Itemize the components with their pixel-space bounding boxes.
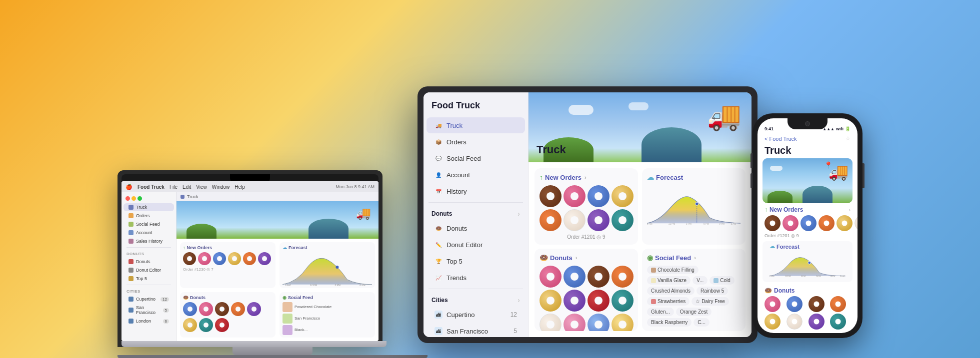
svg-text:3 PM: 3 PM (686, 223, 692, 225)
mac-social-thumb-2 (282, 314, 292, 324)
mac-sidebar-london-label: London (136, 319, 151, 324)
menu-window[interactable]: Window (212, 184, 230, 190)
ipad-donut-orange (540, 209, 562, 231)
ipad-donuts-lg1 (612, 314, 634, 331)
ipad-tag-chocolate: Chocolate Filling (647, 266, 698, 274)
ipad-forecast-title: ☁ Forecast (647, 173, 740, 181)
ipad-cupertino-icon: 🏙 (434, 311, 442, 319)
ipad-new-orders-card: ↑ New Orders › (534, 168, 638, 245)
ipad-sidebar-sf[interactable]: 🏙 San Francisco 5 (426, 323, 525, 337)
ipad-cupertino-badge: 12 (510, 311, 517, 318)
devices-container: 🍎 Food Truck File Edit View Window Help … (0, 0, 980, 358)
mac-sidebar-sf[interactable]: San Francisco 5 (124, 304, 174, 317)
mac-title-icon (180, 195, 184, 199)
mac-sections-grid: ↑ New Orders (176, 239, 378, 341)
svg-text:6 PM: 6 PM (360, 284, 366, 287)
iphone-donuts-title: 🍩 Donuts (764, 287, 794, 294)
ipad-main-content: ☆ 🚚 Truck (528, 92, 752, 337)
mac-sidebar-cupertino[interactable]: Cupertino 12 (124, 295, 174, 303)
mac-sidebar-social[interactable]: Social Feed (124, 220, 174, 228)
ipad-hero: 🚚 Truck (528, 92, 752, 162)
ipad-sidebar-editor[interactable]: ✏️ Donut Editor (426, 237, 525, 253)
iphone-location-icon: 📍 (824, 161, 832, 169)
ipad-cloud-2 (628, 102, 648, 110)
ipad-tag-orange: Orange Zest (676, 308, 712, 316)
iphone-grid-donut-4 (830, 296, 846, 312)
ipad-forecast-card: ☁ Forecast (642, 168, 746, 245)
ipad-sidebar-trends[interactable]: 📈 Trends (426, 270, 525, 286)
mac-maximize-button[interactable] (138, 196, 142, 201)
iphone-status-right: ▲▲▲ wifi 🔋 (822, 126, 850, 131)
mac-donut-choc (183, 252, 196, 265)
ipad-sidebar-top5[interactable]: 🏆 Top 5 (426, 253, 525, 269)
city-icon-sf (128, 308, 134, 313)
ipad-donuts-header: Donuts › (424, 206, 528, 220)
ipad-sidebar-truck[interactable]: 🚚 Truck (426, 117, 525, 133)
city-icon-london (128, 319, 134, 324)
ipad-sidebar-account[interactable]: 👤 Account (426, 167, 525, 183)
ipad-sidebar-cupertino[interactable]: 🏙 Cupertino 12 (426, 307, 525, 323)
ipad-sidebar-orders[interactable]: 📦 Orders (426, 134, 525, 150)
ipad-donut-blue (588, 185, 610, 207)
iphone-grid-donut-6 (786, 314, 802, 330)
ipad-sidebar: Food Truck 🚚 Truck 📦 Orders 💬 Social Fee… (424, 92, 528, 337)
history-icon (128, 239, 134, 244)
ipad-top5-icon: 🏆 (434, 257, 442, 265)
ipad-sidebar-donuts[interactable]: 🍩 Donuts (426, 220, 525, 236)
ipad-donuts-card: 🍩 Donuts › (534, 249, 638, 331)
ipad-donuts-lp1 (564, 314, 586, 331)
ipad-tag-almonds: Crushed Almonds (647, 287, 694, 295)
menu-file[interactable]: File (170, 184, 178, 190)
mac-mountain-right (308, 219, 348, 239)
ipad-donuts-label: Donuts (446, 225, 467, 232)
ipad-orders-donuts (540, 185, 633, 231)
iphone: 9:41 ▲▲▲ wifi 🔋 < Food Truck ☆ Truck (752, 113, 862, 338)
mac-sidebar-history[interactable]: Sales History (124, 237, 174, 245)
svg-text:8 AM: 8 AM (285, 284, 290, 287)
ipad-tag-v: V... (692, 276, 708, 285)
ipad-tag-cold: Cold (710, 276, 734, 285)
mac-sidebar-account[interactable]: Account (124, 229, 174, 237)
ipad-donut-icon: 🍩 (434, 224, 442, 232)
ipad-donuts-c1 (588, 266, 610, 288)
mac-sidebar-editor[interactable]: Donut Editor (124, 266, 174, 274)
cupertino-badge: 12 (160, 297, 169, 302)
mac-social-thumb-1 (282, 302, 292, 312)
mac-sidebar-truck[interactable]: Truck (124, 203, 174, 211)
iphone-back-button[interactable]: < Food Truck (764, 136, 797, 142)
ipad-sidebar-social[interactable]: 💬 Social Feed (426, 150, 525, 166)
macbook: 🍎 Food Truck File Edit View Window Help … (118, 170, 428, 358)
mac-sidebar-orders[interactable]: Orders (124, 212, 174, 220)
ipad-screen: Food Truck 🚚 Truck 📦 Orders 💬 Social Fee… (424, 92, 752, 337)
mac-orders-donuts (183, 252, 272, 265)
iphone-star-button[interactable]: ☆ (846, 135, 850, 142)
ipad-sidebar-history[interactable]: 📅 History (426, 183, 525, 199)
menu-view[interactable]: View (196, 184, 207, 190)
mac-sidebar-truck-label: Truck (136, 205, 147, 210)
account-icon (128, 230, 134, 235)
mac-minimize-button[interactable] (132, 196, 136, 201)
menu-help[interactable]: Help (234, 184, 245, 190)
iphone-screen: 9:41 ▲▲▲ wifi 🔋 < Food Truck ☆ Truck (758, 118, 858, 333)
ipad-donuts-p1 (540, 266, 562, 288)
ipad-truck-emoji: 🚚 (707, 100, 742, 132)
ipad-donut-teal (612, 209, 634, 231)
ipad-tag-rainbow: Rainbow 5 (696, 287, 728, 295)
mac-donut-t1 (199, 318, 213, 332)
iphone-forecast-title: ☁ Forecast (770, 243, 846, 250)
mac-donut-b1 (183, 302, 197, 316)
mac-close-button[interactable] (126, 196, 130, 201)
mac-donut-pu1 (247, 302, 261, 316)
menu-edit[interactable]: Edit (182, 184, 191, 190)
iphone-wifi-icon: wifi (836, 126, 844, 131)
mac-sidebar-top5[interactable]: Top 5 (124, 275, 174, 283)
mac-sidebar-donuts[interactable]: Donuts (124, 258, 174, 266)
iphone-grid-donut-7 (808, 314, 824, 330)
mac-sidebar-london[interactable]: London 6 (124, 317, 174, 325)
svg-point-13 (808, 261, 811, 264)
iphone-battery-icon: 🔋 (845, 126, 850, 131)
macbook-screen: 🍎 Food Truck File Edit View Window Help … (122, 181, 378, 341)
orders-icon (128, 213, 134, 218)
mac-donut-c1 (215, 302, 229, 316)
mac-window-title: Truck (187, 194, 198, 199)
